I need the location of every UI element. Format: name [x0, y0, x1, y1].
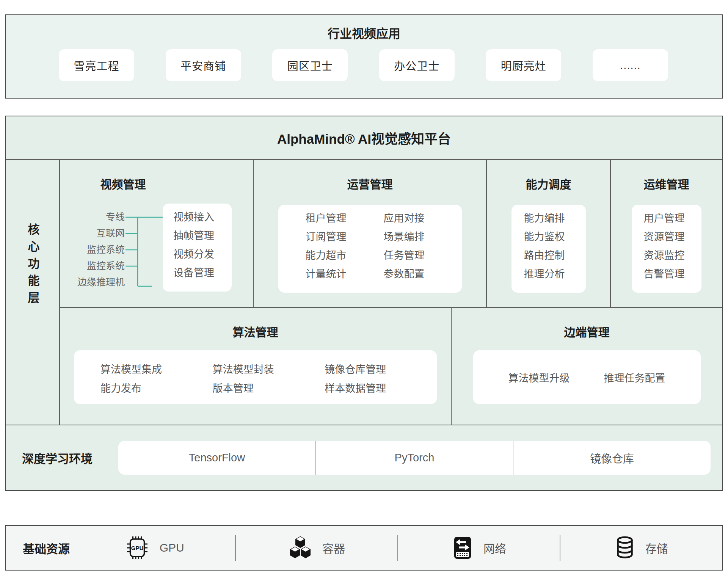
- operation-mgmt-title: 运营管理: [347, 179, 393, 191]
- video-mgmt-title: 视频管理: [60, 179, 253, 191]
- dl-env-label: 深度学习环境: [22, 449, 93, 466]
- operation-feature: 应用对接: [384, 209, 462, 228]
- storage-label: 存储: [645, 539, 668, 556]
- app-chip-xueliang: 雪亮工程: [59, 49, 134, 81]
- video-mgmt-column: 视频管理 专线 互联网 监控系统 监控系统 边缘推理机: [60, 160, 253, 307]
- platform-section: AlphaMind® AI视觉感知平台 核心功能层 视频管理 专线 互联网 监控…: [5, 116, 723, 491]
- operation-feature: 能力超市: [306, 246, 384, 265]
- video-source-label: 互联网: [60, 225, 125, 241]
- platform-title: AlphaMind® AI视觉感知平台: [6, 116, 722, 160]
- om-mgmt-column: 运维管理 用户管理 资源管理 资源监控 告警管理: [610, 160, 722, 307]
- operation-feature: 场景编排: [384, 228, 462, 246]
- dl-env-pytorch: PyTorch: [315, 441, 513, 475]
- om-feature: 资源管理: [644, 228, 701, 246]
- edge-mgmt-column: 边端管理 算法模型升级 推理任务配置: [451, 308, 722, 425]
- algorithm-feature: 镜像仓库管理: [325, 360, 437, 379]
- edge-mgmt-title: 边端管理: [564, 326, 610, 339]
- edge-mgmt-card: 算法模型升级 推理任务配置: [473, 350, 701, 404]
- core-layer-side-label-wrap: 核心功能层: [6, 160, 60, 425]
- capability-feature: 能力编排: [524, 209, 586, 228]
- connector-tree-lines: [125, 209, 163, 289]
- om-feature: 告警管理: [644, 265, 701, 284]
- capability-feature: 推理分析: [524, 265, 586, 284]
- om-feature: 资源监控: [644, 246, 701, 265]
- base-item-network: 网络: [398, 536, 560, 560]
- video-source-label: 专线: [60, 209, 125, 225]
- operation-feature: 任务管理: [384, 246, 462, 265]
- algorithm-feature: 版本管理: [213, 379, 325, 398]
- base-resources-label: 基础资源: [23, 539, 70, 557]
- industry-apps-title: 行业视频应用: [6, 27, 722, 41]
- storage-database-icon: [614, 536, 635, 560]
- core-row-bottom: 算法管理 算法模型集成 能力发布 算法模型封装 版本管理 镜像仓库管理 样本数据: [60, 308, 722, 425]
- core-layer-side-label: 核心功能层: [24, 223, 41, 309]
- operation-feature: 计量统计: [306, 265, 384, 284]
- capability-scheduling-column: 能力调度 能力编排 能力鉴权 路由控制 推理分析: [486, 160, 610, 307]
- capability-scheduling-card: 能力编排 能力鉴权 路由控制 推理分析: [511, 205, 586, 293]
- base-item-gpu: GPU GPU: [74, 536, 235, 560]
- industry-apps-section: 行业视频应用 雪亮工程 平安商铺 园区卫士 办公卫士 明厨亮灶 ......: [5, 14, 723, 99]
- algorithm-mgmt-title: 算法管理: [233, 326, 278, 339]
- om-feature: 用户管理: [644, 209, 701, 228]
- app-chip-mingchu: 明厨亮灶: [486, 49, 561, 81]
- capability-scheduling-title: 能力调度: [526, 179, 571, 191]
- video-feature: 视频分发: [173, 245, 232, 264]
- algorithm-mgmt-card: 算法模型集成 能力发布 算法模型封装 版本管理 镜像仓库管理 样本数据管理: [74, 350, 437, 404]
- app-chip-pingan: 平安商铺: [166, 49, 241, 81]
- video-mgmt-card: 视频接入 抽帧管理 视频分发 设备管理: [163, 204, 232, 292]
- capability-feature: 能力鉴权: [524, 228, 586, 246]
- video-feature: 设备管理: [173, 264, 232, 282]
- algorithm-feature: 算法模型封装: [213, 360, 325, 379]
- algorithm-feature: 样本数据管理: [325, 379, 437, 398]
- operation-mgmt-column: 运营管理 租户管理 订阅管理 能力超市 计量统计 应用对接 场景编排 任务管理: [253, 160, 486, 307]
- operation-feature: 订阅管理: [306, 228, 384, 246]
- algorithm-feature: 能力发布: [100, 379, 213, 398]
- base-item-storage: 存储: [560, 536, 722, 560]
- base-item-container: 容器: [236, 536, 397, 560]
- base-resources-section: 基础资源 GPU GPU: [5, 525, 723, 571]
- container-cubes-icon: [288, 536, 312, 560]
- operation-mgmt-card: 租户管理 订阅管理 能力超市 计量统计 应用对接 场景编排 任务管理 参数配置: [278, 205, 462, 293]
- svg-text:GPU: GPU: [131, 545, 143, 551]
- core-row-top: 视频管理 专线 互联网 监控系统 监控系统 边缘推理机: [60, 160, 722, 308]
- core-function-layer: 核心功能层 视频管理 专线 互联网 监控系统 监控系统 边缘推理机: [6, 160, 722, 425]
- video-source-label: 监控系统: [60, 241, 125, 258]
- video-source-label: 边缘推理机: [60, 274, 125, 290]
- om-mgmt-title: 运维管理: [644, 179, 689, 191]
- industry-apps-row: 雪亮工程 平安商铺 园区卫士 办公卫士 明厨亮灶 ......: [6, 49, 722, 81]
- operation-feature: 租户管理: [306, 209, 384, 228]
- app-chip-bangong: 办公卫士: [379, 49, 455, 81]
- network-label: 网络: [483, 539, 506, 556]
- video-source-list: 专线 互联网 监控系统 监控系统 边缘推理机: [60, 209, 125, 290]
- capability-feature: 路由控制: [524, 246, 586, 265]
- algorithm-feature: 算法模型集成: [100, 360, 213, 379]
- video-feature: 视频接入: [173, 208, 232, 227]
- gpu-chip-icon: GPU: [125, 536, 150, 560]
- app-chip-yuanqu: 园区卫士: [272, 49, 348, 81]
- video-feature: 抽帧管理: [173, 227, 232, 245]
- om-mgmt-card: 用户管理 资源管理 资源监控 告警管理: [632, 205, 701, 293]
- gpu-label: GPU: [160, 541, 184, 554]
- container-label: 容器: [322, 539, 345, 556]
- dl-env-bar: TensorFlow PyTorch 镜像仓库: [118, 441, 711, 475]
- network-switch-icon: [452, 536, 474, 560]
- edge-feature: 算法模型升级: [508, 370, 570, 385]
- dl-env-tensorflow: TensorFlow: [118, 441, 315, 475]
- app-chip-more: ......: [593, 49, 668, 81]
- algorithm-mgmt-column: 算法管理 算法模型集成 能力发布 算法模型封装 版本管理 镜像仓库管理 样本数据: [60, 308, 451, 425]
- dl-env-row: 深度学习环境 TensorFlow PyTorch 镜像仓库: [6, 425, 722, 490]
- video-source-label: 监控系统: [60, 258, 125, 274]
- edge-feature: 推理任务配置: [604, 370, 665, 385]
- dl-env-registry: 镜像仓库: [513, 441, 711, 475]
- operation-feature: 参数配置: [384, 265, 462, 284]
